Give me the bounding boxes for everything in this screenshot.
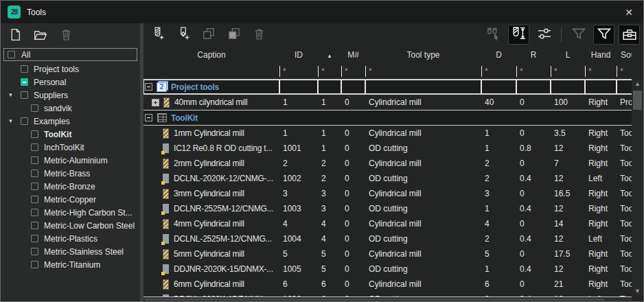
tree-checkbox[interactable] — [31, 156, 38, 164]
duplicate-tool-button[interactable] — [223, 25, 244, 45]
table-row[interactable]: 2mm Cylindrical mill220Cylindrical mill2… — [143, 156, 632, 171]
tree-checkbox[interactable] — [21, 65, 28, 73]
tree-item-metric-copper[interactable]: Metric-Copper — [3, 193, 137, 206]
tree-item-metric-bronze[interactable]: Metric-Bronze — [3, 180, 137, 193]
delete-tool-button[interactable] — [249, 25, 270, 45]
filter-cell-hand[interactable]: * — [585, 64, 617, 79]
column-header-r[interactable]: R — [516, 50, 551, 60]
expand-icon[interactable] — [152, 99, 159, 106]
table-row[interactable]: DCLNL-2020K-12/CNMG-...100220OD cutting2… — [143, 171, 632, 186]
cell-source: ToolKit — [617, 292, 632, 297]
tree-item-metric-titanium[interactable]: Metric-Titanium — [3, 258, 137, 271]
copy-tool-button[interactable] — [198, 25, 219, 45]
column-header-l[interactable]: L — [551, 50, 585, 60]
tree-checkbox[interactable] — [31, 222, 38, 229]
new-library-button[interactable] — [6, 27, 24, 45]
filter-button[interactable] — [593, 25, 614, 45]
table-row[interactable]: DDJNL-2020K-15/DNMX...100660OD cutting20… — [143, 292, 632, 297]
filter-cell-l[interactable]: * — [551, 64, 585, 79]
scrollbar-thumb[interactable] — [633, 91, 642, 110]
tree-checkbox[interactable] — [21, 91, 28, 99]
group-empty-cell — [585, 80, 617, 94]
collapse-icon[interactable] — [145, 114, 152, 121]
tree-checkbox[interactable] — [31, 248, 38, 255]
table-row[interactable]: DDJNR-2020K-15/DNMX-...100550OD cutting1… — [143, 262, 632, 277]
tree-item-metric-plastics[interactable]: Metric-Plastics — [3, 232, 137, 245]
tree-item-sandvik[interactable]: sandvik — [3, 102, 137, 115]
chevron-down-icon[interactable]: ▼ — [6, 118, 15, 124]
tree-item-all[interactable]: All — [3, 48, 137, 61]
filter-cell-source[interactable]: * — [617, 64, 632, 79]
tree-checkbox[interactable] — [31, 261, 38, 268]
column-header-sort[interactable]: ▲ — [318, 50, 341, 60]
column-header-d[interactable]: D — [481, 50, 516, 60]
group-row-project-tools[interactable]: 2Project tools — [143, 79, 632, 95]
filter-cell-r[interactable]: * — [516, 64, 551, 79]
tree-checkbox[interactable] — [31, 196, 38, 203]
column-header-caption[interactable]: Caption — [143, 50, 279, 60]
close-button[interactable]: ✕ — [621, 5, 636, 20]
column-header-tool-type[interactable]: Tool type — [365, 50, 481, 60]
clear-filter-button[interactable] — [568, 25, 589, 45]
cell-tool_type: Cylindrical mill — [365, 156, 481, 171]
tool-dimensions-button[interactable] — [508, 25, 529, 45]
scroll-up-icon[interactable]: ▲ — [632, 79, 643, 89]
collapse-icon[interactable] — [145, 83, 152, 91]
add-mill-tool-button[interactable] — [147, 25, 168, 45]
tree-item-suppliers[interactable]: ▼Suppliers — [3, 89, 137, 102]
all-checkbox[interactable] — [8, 51, 15, 58]
vertical-scrollbar[interactable]: ▲ ▼ — [632, 79, 643, 297]
column-header-id[interactable]: ID — [279, 50, 318, 60]
group-row-toolkit[interactable]: ToolKit — [143, 110, 632, 126]
open-library-button[interactable] — [32, 27, 49, 45]
column-header-source[interactable]: Source — [617, 50, 632, 60]
tree-checkbox[interactable] — [31, 209, 38, 216]
add-lathe-tool-button[interactable] — [172, 25, 194, 45]
tree-item-inchtoolkit[interactable]: InchToolKit — [3, 141, 137, 154]
table-row[interactable]: DCLNR-2525M-12/CNMG...100330OD cutting10… — [143, 201, 632, 216]
table-row[interactable]: 6mm Cylindrical mill660Cylindrical mill6… — [143, 277, 632, 292]
scroll-down-icon[interactable]: ▼ — [632, 286, 643, 297]
tree-checkbox[interactable] — [21, 78, 28, 86]
chevron-down-icon[interactable]: ▼ — [6, 92, 15, 98]
tree-checkbox[interactable] — [21, 117, 28, 125]
column-header-m[interactable]: M# — [341, 50, 365, 60]
tree-checkbox[interactable] — [31, 104, 38, 112]
tree-item-metric-high-carbon-st[interactable]: Metric-High Carbon St... — [3, 206, 137, 219]
table-row[interactable]: 1mm Cylindrical mill110Cylindrical mill1… — [143, 126, 632, 141]
delete-library-button[interactable] — [57, 27, 75, 45]
tree-item-metric-aluminium[interactable]: Metric-Aluminium — [3, 154, 137, 167]
select-tools-button[interactable] — [483, 25, 504, 45]
table-row[interactable]: 3mm Cylindrical mill330Cylindrical mill3… — [143, 186, 632, 201]
tree-checkbox[interactable] — [31, 170, 38, 177]
cell-m: 0 — [341, 216, 365, 231]
table-row[interactable]: 40mm cilyndrical mill110Cylindrical mill… — [143, 95, 632, 110]
tree-item-project-tools[interactable]: Project tools — [3, 62, 137, 76]
tree-item-metric-stainless-steel[interactable]: Metric-Stainless Steel — [3, 245, 137, 258]
table-row[interactable]: 5mm Cylindrical mill550Cylindrical mill5… — [143, 246, 632, 262]
filter-cell-d[interactable]: * — [481, 64, 516, 79]
tree-item-personal[interactable]: Personal — [3, 76, 137, 89]
filter-cell-tool_type[interactable]: * — [365, 64, 481, 79]
tree-item-metric-brass[interactable]: Metric-Brass — [3, 167, 137, 180]
column-header-hand[interactable]: Hand — [585, 50, 617, 60]
filter-cell-no[interactable]: * — [318, 64, 341, 79]
tree-item-metric-low-carbon-steel[interactable]: Metric-Low Carbon Steel — [3, 219, 137, 232]
tree-checkbox[interactable] — [31, 183, 38, 190]
tree-checkbox[interactable] — [31, 235, 38, 242]
hscrollbar-thumb[interactable] — [145, 299, 604, 301]
view-options-button[interactable] — [533, 25, 555, 45]
tree-item-toolkit[interactable]: ToolKit — [3, 128, 137, 141]
tree-checkbox[interactable] — [31, 143, 38, 151]
tree-checkbox[interactable] — [31, 130, 38, 138]
filter-cell-id[interactable]: * — [279, 64, 318, 79]
table-row[interactable]: IC12 Re0.8 R OD cutting t...100110OD cut… — [143, 141, 632, 156]
table-row[interactable]: DCLNL-2525M-12/CNMG...100440OD cutting20… — [143, 231, 632, 246]
tree-item-examples[interactable]: ▼Examples — [3, 115, 137, 128]
table-row[interactable]: 4mm Cylindrical mill440Cylindrical mill4… — [143, 216, 632, 231]
filter-cell-m[interactable]: * — [341, 64, 365, 79]
lathe-tool-icon — [163, 174, 169, 183]
horizontal-scrollbar[interactable] — [143, 297, 632, 301]
toolbox-button[interactable] — [619, 25, 640, 45]
filter-cell-caption[interactable] — [143, 64, 279, 79]
